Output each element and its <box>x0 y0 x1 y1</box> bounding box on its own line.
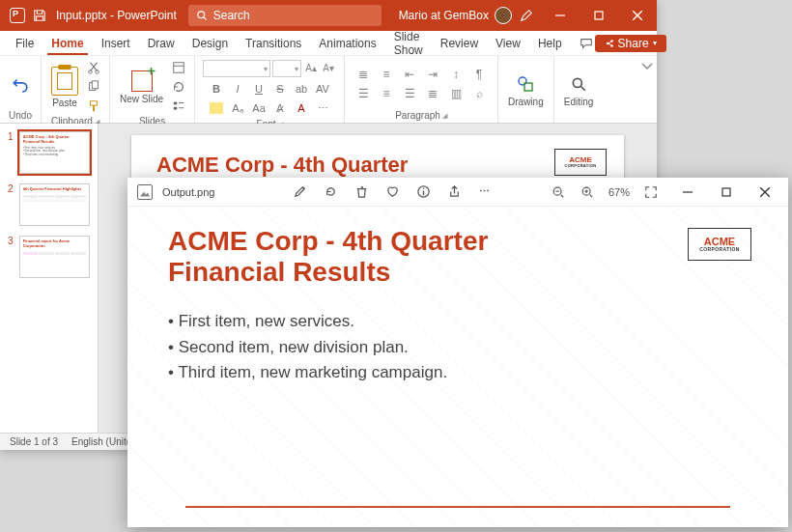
thumbnail-row[interactable]: 1 ACME Corp – 4th Quarter Financial Resu… <box>8 131 90 174</box>
rotate-icon[interactable] <box>323 184 338 200</box>
minimize-button[interactable] <box>541 0 580 31</box>
ink-pen-icon[interactable] <box>520 9 533 22</box>
viewer-body[interactable]: ACME Corp - 4th QuarterFinancial Results… <box>127 207 788 527</box>
viewer-toolbar-right: 67% <box>551 184 659 200</box>
menu-draw[interactable]: Draw <box>140 33 183 54</box>
maximize-button[interactable] <box>580 0 618 31</box>
ribbon-collapse-button[interactable] <box>637 56 657 123</box>
slide-thumbnail-3[interactable]: Financial report for Acme Corporation <box>19 236 90 278</box>
editing-button[interactable]: Editing <box>562 71 596 109</box>
shadow-button[interactable]: ab <box>296 83 307 95</box>
thumb-number: 1 <box>8 131 15 142</box>
strike-button[interactable]: S <box>276 83 283 95</box>
spacing-button[interactable]: AV <box>316 83 329 95</box>
cut-icon[interactable] <box>86 60 101 75</box>
new-slide-label: New Slide <box>120 94 163 104</box>
menu-animations[interactable]: Animations <box>311 33 383 54</box>
line-spacing-button[interactable]: ↕ <box>453 68 459 81</box>
justify-button[interactable]: ≣ <box>428 87 438 100</box>
search-placeholder: Search <box>213 9 250 22</box>
increase-font-icon[interactable]: A▴ <box>303 60 319 75</box>
viewer-toolbar-center: ⋯ <box>234 184 551 200</box>
menu-transitions[interactable]: Transitions <box>238 33 309 54</box>
numbering-button[interactable]: ≡ <box>383 68 390 81</box>
bullets-button[interactable]: ≣ <box>358 68 368 81</box>
indent-dec-button[interactable]: ⇤ <box>405 68 414 81</box>
align-right-button[interactable]: ☰ <box>405 87 415 100</box>
align-left-button[interactable]: ☰ <box>358 87 369 100</box>
more-font-icon[interactable]: ⋯ <box>318 102 328 115</box>
menu-home[interactable]: Home <box>43 33 91 54</box>
undo-icon <box>10 73 31 95</box>
decrease-font-icon[interactable]: A▾ <box>321 60 336 75</box>
zoom-in-icon[interactable] <box>580 184 595 200</box>
save-icon[interactable] <box>33 9 46 22</box>
drawing-button[interactable]: Drawing <box>506 71 546 109</box>
clear-format-button[interactable]: A̷ <box>276 102 284 115</box>
comments-icon[interactable] <box>580 37 593 50</box>
highlight-button[interactable] <box>210 102 223 114</box>
thumbnail-row[interactable]: 3 Financial report for Acme Corporation <box>8 236 90 278</box>
share-icon[interactable] <box>446 184 462 200</box>
share-label: Share <box>618 37 649 50</box>
font-family-dropdown[interactable] <box>203 60 270 77</box>
menu-file[interactable]: File <box>8 33 42 54</box>
layout-icon[interactable] <box>171 60 186 75</box>
paste-label: Paste <box>52 98 77 108</box>
underline-button[interactable]: U <box>255 83 263 95</box>
align-center-button[interactable]: ≡ <box>383 87 390 100</box>
bullet-item: • First item, new services. <box>168 309 748 334</box>
thumbnail-row[interactable]: 2 4th Quarter Financial Highlights <box>8 183 90 226</box>
edit-icon[interactable] <box>292 184 307 200</box>
svg-rect-37 <box>722 188 730 196</box>
slide-thumbnails-panel: 1 ACME Corp – 4th Quarter Financial Resu… <box>0 124 99 433</box>
viewer-maximize-button[interactable] <box>707 178 746 207</box>
delete-icon[interactable] <box>354 184 369 200</box>
reset-icon[interactable] <box>171 79 186 95</box>
slide-divider-rule <box>185 506 730 508</box>
logo-sub: CORPORATION <box>699 247 740 252</box>
smartart-button[interactable]: ⌕ <box>476 87 483 100</box>
fullscreen-icon[interactable] <box>643 184 659 200</box>
bold-button[interactable]: B <box>212 83 220 95</box>
favorite-icon[interactable] <box>384 184 400 200</box>
paste-icon <box>51 67 78 96</box>
svg-point-0 <box>198 12 205 18</box>
copy-icon[interactable] <box>86 79 101 95</box>
subscript-button[interactable]: Aₐ <box>232 102 242 115</box>
more-icon[interactable]: ⋯ <box>477 184 493 200</box>
rendered-acme-logo: ACME CORPORATION <box>688 228 751 261</box>
columns-button[interactable]: ▥ <box>451 87 462 100</box>
section-icon[interactable] <box>171 98 186 114</box>
logo-sub: CORPORATION <box>564 164 596 168</box>
info-icon[interactable] <box>415 184 431 200</box>
undo-button[interactable] <box>8 71 33 97</box>
svg-line-33 <box>590 194 593 197</box>
viewer-close-button[interactable] <box>746 178 784 207</box>
menu-insert[interactable]: Insert <box>94 33 138 54</box>
menu-view[interactable]: View <box>488 33 528 54</box>
new-slide-button[interactable]: New Slide <box>118 69 165 106</box>
thumb-number: 3 <box>8 236 15 246</box>
zoom-out-icon[interactable] <box>551 184 566 200</box>
indent-inc-button[interactable]: ⇥ <box>428 68 438 81</box>
slide-thumbnail-2[interactable]: 4th Quarter Financial Highlights <box>19 183 90 226</box>
menu-help[interactable]: Help <box>530 33 570 54</box>
format-painter-icon[interactable] <box>86 98 101 114</box>
svg-point-6 <box>610 40 613 42</box>
text-direction-button[interactable]: ¶ <box>476 68 482 81</box>
menu-design[interactable]: Design <box>184 33 236 54</box>
paste-button[interactable]: Paste <box>49 65 80 110</box>
slide-thumbnail-1[interactable]: ACME Corp – 4th Quarter Financial Result… <box>19 131 90 174</box>
menu-review[interactable]: Review <box>433 33 486 54</box>
search-box[interactable]: Search <box>188 5 382 26</box>
change-case-button[interactable]: Aa <box>252 102 265 114</box>
share-button[interactable]: Share ▾ <box>595 35 666 52</box>
close-button[interactable] <box>618 0 657 31</box>
font-color-button[interactable]: A <box>297 102 304 114</box>
italic-button[interactable]: I <box>237 83 240 95</box>
user-account[interactable]: Mario at GemBox <box>399 7 512 24</box>
font-size-dropdown[interactable] <box>272 60 301 77</box>
ribbon-group-paragraph: ≣ ≡ ⇤ ⇥ ↕ ¶ ☰ ≡ ☰ ≣ ▥ ⌕ Paragraph◢ <box>345 56 498 123</box>
viewer-minimize-button[interactable] <box>668 178 707 207</box>
